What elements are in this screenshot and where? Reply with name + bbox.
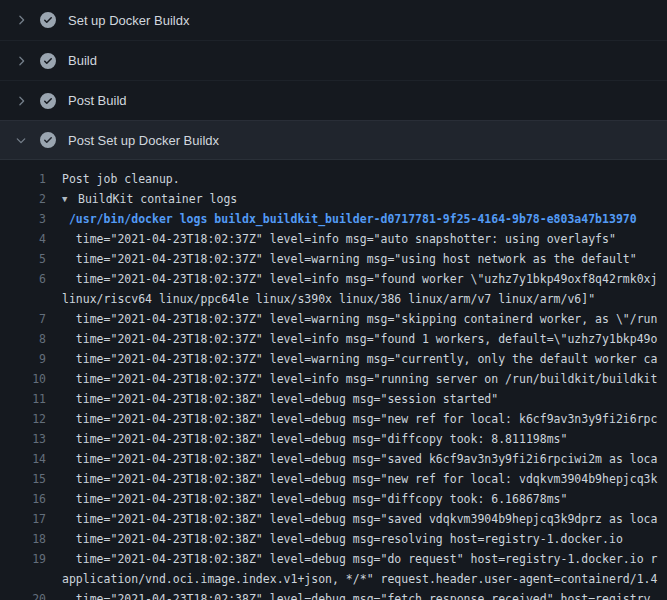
log-line-text: application/vnd.oci.image.index.v1+json,… <box>62 569 667 589</box>
workflow-log-viewer: Set up Docker Buildx Build Post Build Po… <box>0 0 667 600</box>
log-line-text: time="2021-04-23T18:02:37Z" level=warnin… <box>62 249 667 269</box>
log-line-text: time="2021-04-23T18:02:38Z" level=debug … <box>62 469 667 489</box>
log-line-text: time="2021-04-23T18:02:37Z" level=info m… <box>62 329 667 349</box>
log-line: application/vnd.oci.image.index.v1+json,… <box>0 569 667 589</box>
log-line: 16 time="2021-04-23T18:02:38Z" level=deb… <box>0 489 667 509</box>
log-pane: 1 Post job cleanup. 2 ▼ BuildKit contain… <box>0 160 667 600</box>
check-circle-icon <box>40 12 56 28</box>
log-line-text: linux/riscv64 linux/ppc64le linux/s390x … <box>62 289 667 309</box>
line-number[interactable]: 14 <box>0 449 46 469</box>
log-line-text: time="2021-04-23T18:02:38Z" level=debug … <box>62 409 667 429</box>
step-header-set-up-docker-buildx[interactable]: Set up Docker Buildx <box>0 0 667 40</box>
log-line: 17 time="2021-04-23T18:02:38Z" level=deb… <box>0 509 667 529</box>
log-line-text: time="2021-04-23T18:02:37Z" level=info m… <box>62 229 667 249</box>
log-line: 18 time="2021-04-23T18:02:38Z" level=deb… <box>0 529 667 549</box>
log-line: 6 time="2021-04-23T18:02:37Z" level=info… <box>0 269 667 289</box>
check-circle-icon <box>40 132 56 148</box>
step-title: Post Set up Docker Buildx <box>68 133 219 148</box>
step-title: Build <box>68 53 97 68</box>
line-number[interactable]: 8 <box>0 329 46 349</box>
log-line: 15 time="2021-04-23T18:02:38Z" level=deb… <box>0 469 667 489</box>
check-circle-icon <box>40 53 56 69</box>
line-number[interactable]: 18 <box>0 529 46 549</box>
log-line: 11 time="2021-04-23T18:02:38Z" level=deb… <box>0 389 667 409</box>
log-line: 9 time="2021-04-23T18:02:37Z" level=warn… <box>0 349 667 369</box>
line-number[interactable]: 3 <box>0 209 46 229</box>
log-line-text: time="2021-04-23T18:02:38Z" level=debug … <box>62 549 667 569</box>
log-line: 5 time="2021-04-23T18:02:37Z" level=warn… <box>0 249 667 269</box>
line-number[interactable]: 15 <box>0 469 46 489</box>
step-header-post-build[interactable]: Post Build <box>0 80 667 120</box>
line-number[interactable]: 17 <box>0 509 46 529</box>
log-line-text: /usr/bin/docker logs buildx_buildkit_bui… <box>62 209 667 229</box>
line-number[interactable]: 1 <box>0 169 46 189</box>
log-line-text: time="2021-04-23T18:02:38Z" level=debug … <box>62 389 667 409</box>
chevron-right-icon <box>14 13 28 27</box>
line-number[interactable]: 4 <box>0 229 46 249</box>
log-line: 12 time="2021-04-23T18:02:38Z" level=deb… <box>0 409 667 429</box>
line-number[interactable]: 19 <box>0 549 46 569</box>
log-line-text: time="2021-04-23T18:02:38Z" level=debug … <box>62 589 667 600</box>
steps-list: Set up Docker Buildx Build Post Build Po… <box>0 0 667 160</box>
line-number[interactable]: 2 <box>0 189 46 209</box>
log-line: linux/riscv64 linux/ppc64le linux/s390x … <box>0 289 667 309</box>
log-line: 13 time="2021-04-23T18:02:38Z" level=deb… <box>0 429 667 449</box>
log-line-text: BuildKit container logs <box>78 189 667 209</box>
log-line: 10 time="2021-04-23T18:02:37Z" level=inf… <box>0 369 667 389</box>
log-line: 8 time="2021-04-23T18:02:37Z" level=info… <box>0 329 667 349</box>
line-number[interactable]: 9 <box>0 349 46 369</box>
log-line-text: time="2021-04-23T18:02:38Z" level=debug … <box>62 429 667 449</box>
step-title: Set up Docker Buildx <box>68 13 189 28</box>
line-number[interactable]: 10 <box>0 369 46 389</box>
log-line: 19 time="2021-04-23T18:02:38Z" level=deb… <box>0 549 667 569</box>
step-header-post-set-up-docker-buildx[interactable]: Post Set up Docker Buildx <box>0 120 667 160</box>
chevron-down-icon <box>14 133 28 147</box>
line-number[interactable]: 7 <box>0 309 46 329</box>
line-number[interactable]: 11 <box>0 389 46 409</box>
line-number[interactable]: 6 <box>0 269 46 289</box>
line-number[interactable]: 12 <box>0 409 46 429</box>
log-group-caret-icon[interactable]: ▼ <box>62 189 78 209</box>
log-line-text: time="2021-04-23T18:02:38Z" level=debug … <box>62 449 667 469</box>
log-line: 4 time="2021-04-23T18:02:37Z" level=info… <box>0 229 667 249</box>
log-line: 7 time="2021-04-23T18:02:37Z" level=warn… <box>0 309 667 329</box>
log-line-text: time="2021-04-23T18:02:38Z" level=debug … <box>62 529 667 549</box>
line-number[interactable]: 5 <box>0 249 46 269</box>
log-line: 1 Post job cleanup. <box>0 169 667 189</box>
log-line-text: time="2021-04-23T18:02:38Z" level=debug … <box>62 489 667 509</box>
chevron-right-icon <box>14 94 28 108</box>
line-number[interactable] <box>0 289 46 309</box>
log-line-text: time="2021-04-23T18:02:37Z" level=warnin… <box>62 309 667 329</box>
line-number[interactable]: 20 <box>0 589 46 600</box>
line-number[interactable]: 13 <box>0 429 46 449</box>
line-number[interactable]: 16 <box>0 489 46 509</box>
log-line-text: time="2021-04-23T18:02:37Z" level=warnin… <box>62 349 667 369</box>
check-circle-icon <box>40 93 56 109</box>
step-title: Post Build <box>68 93 127 108</box>
chevron-right-icon <box>14 54 28 68</box>
log-line-text: Post job cleanup. <box>62 169 667 189</box>
log-line: 2 ▼ BuildKit container logs <box>0 189 667 209</box>
step-header-build[interactable]: Build <box>0 40 667 80</box>
log-line: 3 /usr/bin/docker logs buildx_buildkit_b… <box>0 209 667 229</box>
log-line: 14 time="2021-04-23T18:02:38Z" level=deb… <box>0 449 667 469</box>
log-line: 20 time="2021-04-23T18:02:38Z" level=deb… <box>0 589 667 600</box>
line-number[interactable] <box>0 569 46 589</box>
log-line-text: time="2021-04-23T18:02:38Z" level=debug … <box>62 509 667 529</box>
log-line-text: time="2021-04-23T18:02:37Z" level=info m… <box>62 369 667 389</box>
log-line-text: time="2021-04-23T18:02:37Z" level=info m… <box>62 269 667 289</box>
